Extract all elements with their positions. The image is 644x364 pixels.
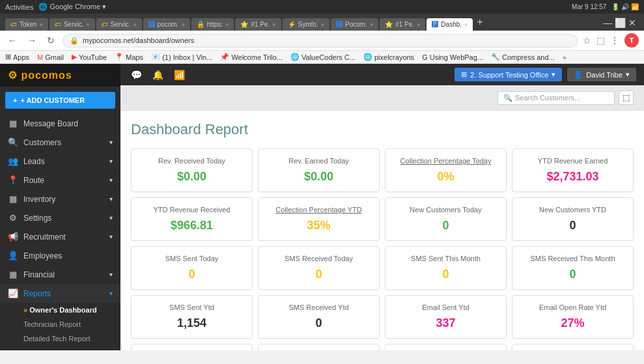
sidebar-item-route[interactable]: 📍 Route ▾: [0, 171, 120, 189]
metric-value: $2,731.03: [520, 170, 625, 184]
recruitment-icon: 📢: [8, 232, 18, 242]
user-selector[interactable]: 👤 David Tribe ▾: [567, 68, 636, 81]
metric-card: SMS Received Today0: [258, 246, 380, 290]
metric-value: 0: [393, 268, 498, 281]
metric-value: 0: [266, 268, 371, 281]
metric-label: YTD Revenue Received: [139, 206, 244, 214]
recruitment-arrow: ▾: [109, 233, 113, 240]
sidebar-item-leads[interactable]: 👥 Leads ▾: [0, 152, 120, 171]
metric-value: 337: [393, 316, 498, 330]
settings-icon: ⚙: [8, 213, 18, 223]
bookmarks-more[interactable]: »: [563, 53, 567, 61]
tab-9[interactable]: ⭐ #1 Pe. ×: [380, 18, 425, 31]
metric-label: SMS Received Ytd: [266, 303, 371, 311]
expand-button[interactable]: ⬚: [619, 91, 634, 105]
bookmark-gmail[interactable]: M Gmail: [37, 53, 64, 61]
search-box[interactable]: 🔍 Search Customers...: [497, 91, 615, 105]
sub-nav-contract-report[interactable]: Contract Report: [0, 346, 120, 350]
sidebar-item-message-board[interactable]: ▦ Message Board: [0, 114, 120, 133]
sidebar-logo: ⚙ pocomos: [0, 64, 120, 87]
metric-value: 0: [520, 219, 625, 232]
logo-icon: ⚙: [8, 70, 21, 81]
user-icon: 👤: [574, 70, 583, 79]
bookmark-youtube[interactable]: ▶ YouTube: [72, 53, 107, 61]
new-tab-button[interactable]: +: [474, 14, 485, 31]
grid-icon: ⊞: [461, 70, 467, 79]
tab-bar: 🏷 Token × 🏷 Servic. × 🏷 Servic. × 🅿 poco…: [0, 14, 644, 31]
vc-icon: 🌐: [290, 53, 300, 61]
sidebar-item-financial[interactable]: ▦ Financial ▾: [0, 265, 120, 284]
bookmark-inbox[interactable]: 📧 (1) Inbox | Vin...: [151, 53, 212, 61]
bookmark-valuecoders[interactable]: 🌐 ValueCoders C...: [290, 53, 356, 61]
metric-label: Email Open Rate Ytd: [520, 303, 625, 311]
metric-label: New Customers Today: [393, 206, 498, 214]
wifi-icon[interactable]: 📶: [171, 68, 188, 81]
tab-5[interactable]: 🔒 https: ×: [191, 18, 234, 31]
tab-1[interactable]: 🏷 Token ×: [5, 18, 48, 31]
metric-card: Jobs Completed % Today0%: [258, 344, 380, 350]
tab-3[interactable]: 🏷 Servic. ×: [96, 18, 142, 31]
metric-card: Collection Percentage Today0%: [385, 148, 507, 192]
tab-6[interactable]: ⭐ #1 Pe. ×: [235, 18, 281, 31]
dashboard-title: Dashboard Report: [131, 121, 634, 138]
reload-button[interactable]: ↻: [44, 34, 57, 47]
compress-icon: 🔧: [491, 53, 500, 61]
plus-icon: +: [13, 96, 17, 104]
bookmark-webpag[interactable]: G Using WebPag...: [422, 53, 483, 61]
tab-2[interactable]: 🏷 Servic. ×: [49, 18, 95, 31]
employees-icon: 👤: [8, 251, 18, 260]
leads-arrow: ▾: [109, 158, 113, 165]
message-board-icon: ▦: [8, 119, 18, 128]
sidebar-item-reports[interactable]: 📈 Reports ▾: [0, 284, 120, 303]
sub-nav-owners-dashboard[interactable]: Owner's Dashboard: [0, 303, 120, 317]
metric-label: SMS Received Today: [266, 255, 371, 262]
sidebar-item-employees[interactable]: 👤 Employees: [0, 246, 120, 265]
inbox-icon: 📧: [151, 53, 160, 61]
tab-7[interactable]: ⚡ Symfo. ×: [283, 18, 329, 31]
financial-arrow: ▾: [109, 271, 113, 278]
bookmark-star[interactable]: ☆: [583, 35, 591, 46]
sidebar-item-recruitment[interactable]: 📢 Recruitment ▾: [0, 227, 120, 246]
app-top-bar: 💬 🔔 📶 ⊞ 2. Support Testing Office ▾ 👤 Da…: [120, 64, 644, 85]
tab-cast[interactable]: ⬚: [596, 35, 605, 46]
metric-value: $0.00: [266, 170, 371, 184]
user-avatar[interactable]: T: [624, 33, 639, 48]
gmail-icon: M: [37, 53, 43, 61]
add-customer-button[interactable]: + + ADD CUSTOMER: [5, 92, 115, 109]
metric-card: Jobs Completed % Ytd2%: [512, 344, 634, 350]
metric-label: SMS Sent Today: [139, 255, 244, 262]
notification-icon[interactable]: 🔔: [150, 68, 166, 81]
forward-button[interactable]: →: [25, 34, 39, 47]
financial-icon: ▦: [8, 270, 18, 279]
url-box[interactable]: 🔒 mypocomos.net/dashboard/owners: [63, 34, 578, 48]
sidebar-navigation: ▦ Message Board 🔍 Customers ▾ 👥 Leads ▾ …: [0, 114, 120, 350]
more-menu[interactable]: ⋮: [610, 35, 619, 46]
sidebar-item-customers[interactable]: 🔍 Customers ▾: [0, 133, 120, 152]
sub-nav-technician-report[interactable]: Technician Report: [0, 317, 120, 331]
main-content: 💬 🔔 📶 ⊞ 2. Support Testing Office ▾ 👤 Da…: [120, 64, 644, 350]
metric-label[interactable]: Collection Percentage YTD: [266, 206, 371, 214]
bookmark-maps[interactable]: 📍 Maps: [115, 53, 143, 61]
metric-card: Email Sent Ytd337: [385, 295, 507, 339]
metric-value: $0.00: [139, 170, 244, 184]
reports-arrow: ▾: [109, 290, 113, 297]
leads-icon: 👥: [8, 156, 18, 166]
metric-value: 35%: [266, 219, 371, 232]
metric-label[interactable]: Collection Percentage Today: [393, 157, 498, 165]
bookmark-trilo[interactable]: 📌 Welcome Trilo...: [220, 53, 283, 61]
bookmark-pixelcrayons[interactable]: 🌐 pixelcrayons: [363, 53, 414, 61]
tab-10-dashboard[interactable]: 🅿 Dashb. ×: [427, 18, 473, 31]
sidebar-item-settings[interactable]: ⚙ Settings ▾: [0, 208, 120, 227]
customers-arrow: ▾: [109, 139, 113, 146]
tab-8[interactable]: 🅿 Pocom. ×: [331, 18, 378, 31]
bookmark-apps[interactable]: ⊞ Apps: [5, 53, 29, 61]
back-button[interactable]: ←: [5, 34, 20, 47]
route-icon: 📍: [8, 175, 18, 185]
chat-icon[interactable]: 💬: [128, 68, 145, 81]
office-selector[interactable]: ⊞ 2. Support Testing Office ▾: [455, 68, 562, 81]
metric-card: New Customers YTD0: [512, 197, 634, 241]
sub-nav-detailed-tech-report[interactable]: Detailed Tech Report: [0, 331, 120, 346]
bookmark-compress[interactable]: 🔧 Compress and...: [491, 53, 555, 61]
sidebar-item-inventory[interactable]: ▦ Inventory ▾: [0, 189, 120, 208]
tab-4[interactable]: 🅿 pocom. ×: [143, 18, 190, 31]
